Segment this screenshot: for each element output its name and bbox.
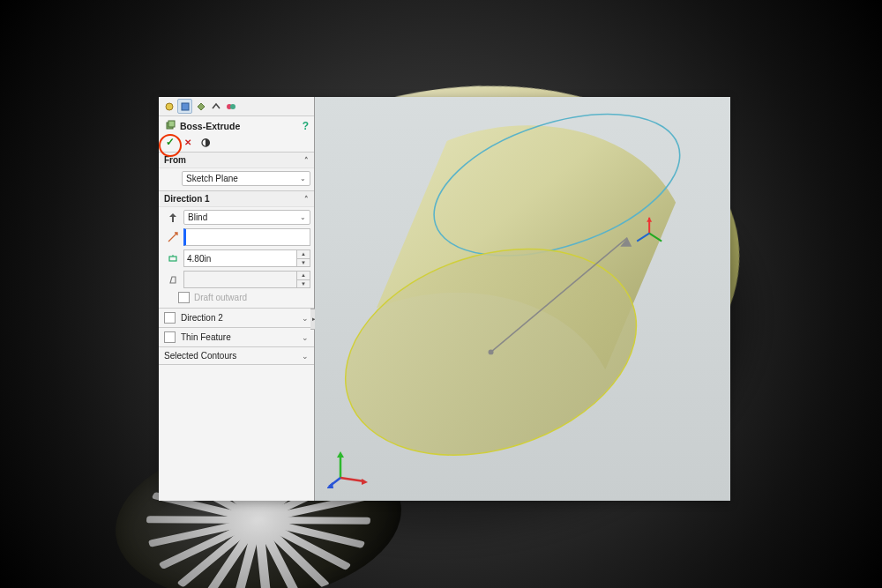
tab-feature-manager-icon[interactable] [177,99,192,114]
panel-tab-strip [159,97,314,116]
view-triad-icon [327,444,371,488]
chevron-down-icon: ⌄ [302,314,309,323]
extrude-preview-cylinder [315,97,730,500]
property-manager-panel: Boss-Extrude ? ✓ ✕ ◑ From ˄ Sketch Plane… [159,97,315,501]
draft-outward-label: Draft outward [194,293,247,302]
section-thin-feature[interactable]: Thin Feature ⌄ [159,327,314,346]
draft-icon[interactable] [166,272,180,287]
svg-rect-5 [168,121,175,127]
reverse-direction-icon[interactable] [166,211,180,225]
tab-dimxpert-icon[interactable] [209,100,222,113]
section-selected-contours[interactable]: Selected Contours ⌄ [159,346,314,365]
preview-button[interactable]: ◑ [199,136,212,148]
section-direction1-header[interactable]: Direction 1 ˄ [159,190,314,207]
svg-marker-22 [327,482,333,488]
spinner-up-icon[interactable]: ▲ [297,250,310,259]
chevron-up-icon: ˄ [304,195,309,204]
feature-header: Boss-Extrude ? [159,116,314,136]
svg-point-3 [230,104,235,109]
graphics-viewport[interactable] [315,97,730,501]
svg-point-12 [489,349,494,354]
draft-angle-input[interactable]: ▲ ▼ [183,271,310,288]
tab-configuration-icon[interactable] [194,100,207,113]
svg-marker-18 [337,451,344,458]
spinner-down-icon[interactable]: ▼ [297,259,310,267]
extrude-icon [164,119,176,133]
spinner-down-icon[interactable]: ▼ [297,280,310,288]
depth-input[interactable]: 4.80in ▲ ▼ [183,249,310,267]
tab-display-icon[interactable] [224,100,237,113]
section-from-label: From [164,155,186,165]
from-condition-value: Sketch Plane [186,174,238,183]
cad-property-window: Boss-Extrude ? ✓ ✕ ◑ From ˄ Sketch Plane… [159,97,730,501]
help-icon[interactable]: ? [303,120,309,132]
direction-vector-icon [166,230,180,244]
svg-rect-6 [169,257,176,261]
section-from-body: Sketch Plane ⌄ [159,168,314,190]
section-from-header[interactable]: From ˄ [159,152,314,168]
chevron-down-icon: ⌄ [302,352,309,361]
direction2-label: Direction 2 [181,313,223,323]
from-condition-dropdown[interactable]: Sketch Plane ⌄ [182,171,310,186]
svg-rect-1 [182,103,189,110]
chevron-down-icon: ⌄ [300,175,306,182]
section-direction1-body: Blind ⌄ 4.80in ▲ ▼ [159,207,314,308]
direction-reference-input[interactable] [183,228,310,246]
chevron-down-icon: ⌄ [302,333,309,342]
feature-title: Boss-Extrude [180,121,299,131]
end-condition-value: Blind [188,212,207,222]
selected-contours-label: Selected Contours [164,351,236,361]
cancel-button[interactable]: ✕ [182,136,194,148]
spinner-up-icon[interactable]: ▲ [297,272,310,280]
chevron-down-icon: ⌄ [300,213,306,221]
command-row: ✓ ✕ ◑ [159,136,314,152]
ok-button[interactable]: ✓ [164,136,176,148]
section-direction1-label: Direction 1 [164,194,210,204]
chevron-up-icon: ˄ [304,156,309,165]
svg-point-0 [166,103,173,110]
depth-value: 4.80in [187,254,211,264]
thin-feature-checkbox[interactable] [164,331,176,343]
section-direction2[interactable]: Direction 2 ⌄ [159,308,314,327]
thin-feature-label: Thin Feature [181,332,231,342]
svg-marker-20 [362,479,368,485]
svg-line-19 [340,478,364,481]
draft-outward-checkbox[interactable]: Draft outward [166,292,310,303]
direction2-checkbox[interactable] [164,312,176,324]
tab-feature-icon[interactable] [162,100,176,113]
depth-icon [166,251,180,265]
end-condition-dropdown[interactable]: Blind ⌄ [183,210,310,225]
